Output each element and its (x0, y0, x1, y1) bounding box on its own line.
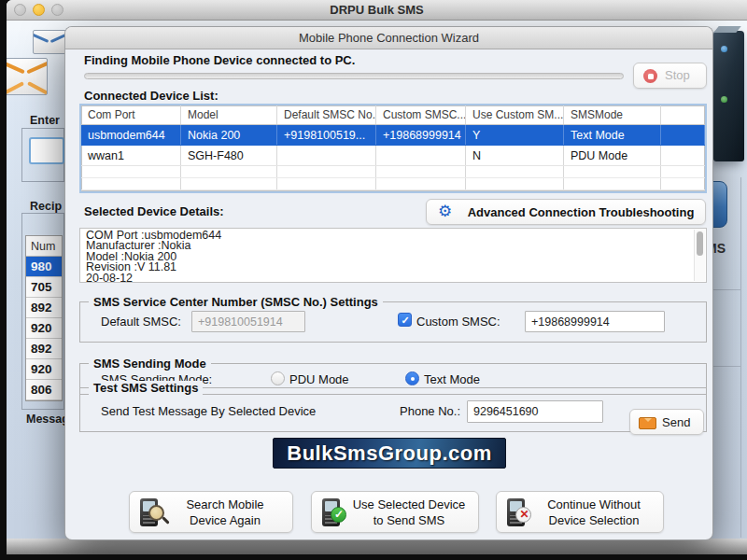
column-header[interactable]: Model (181, 105, 277, 124)
empty-table-row (81, 166, 705, 178)
envelope-fold (27, 81, 48, 95)
tower-led-blue (721, 46, 727, 52)
test-sms-group: Test SMS Settings Send Test Message By S… (79, 387, 707, 432)
cell-sms-mode: PDU Mode (564, 146, 661, 165)
phone-no-field[interactable] (467, 400, 603, 423)
table-row[interactable]: usbmodem644 Nokia 200 +9198100519... +19… (81, 125, 705, 146)
details-label: Selected Device Details: (84, 204, 224, 218)
custom-smsc-field[interactable] (525, 311, 665, 332)
list-item[interactable]: 892 (26, 339, 62, 359)
bg-message-label: Messag (26, 413, 69, 426)
send-envelope-icon (639, 417, 656, 429)
phone-tower-image (713, 31, 744, 161)
cell-com-port: wwan1 (81, 146, 181, 165)
list-item[interactable]: 705 (26, 277, 62, 298)
blue-envelope-icon (33, 30, 66, 54)
column-header[interactable]: Default SMSC No. (277, 105, 376, 124)
label-line: Search Mobile (186, 497, 263, 511)
device-list-label: Connected Device List: (84, 89, 218, 103)
column-header[interactable]: SMSMode (564, 105, 661, 124)
empty-table-row (81, 178, 705, 190)
connected-device-table: Com Port Model Default SMSC No. Custom S… (79, 104, 707, 193)
numbers-header: Num (26, 236, 62, 257)
cell-sms-mode: Text Mode (564, 125, 661, 145)
stop-button[interactable]: Stop (633, 63, 707, 89)
envelope-flap (27, 61, 48, 74)
smsc-settings-group: SMS Service Center Number (SMSC No.) Set… (79, 301, 707, 343)
label-line: Continue Without (547, 497, 641, 511)
list-item[interactable]: 892 (26, 298, 62, 318)
table-row[interactable]: wwan1 SGH-F480 N PDU Mode (81, 146, 705, 166)
bg-panel-border (740, 177, 741, 538)
search-device-again-button[interactable]: Search Mobile Device Again (129, 491, 293, 533)
advanced-troubleshooting-button[interactable]: Advanced Connection Troubleshooting (426, 199, 706, 225)
table-header-row: Com Port Model Default SMSC No. Custom S… (81, 105, 705, 125)
bg-text-input[interactable] (29, 137, 64, 164)
stop-button-label: Stop (665, 68, 690, 82)
bg-numbers-table: Num 980 705 892 920 892 920 806 (25, 235, 63, 401)
custom-smsc-label: Custom SMSC: (416, 315, 500, 329)
bg-enter-label: Enter (30, 114, 60, 127)
cell-use-custom: Y (466, 125, 564, 145)
use-selected-device-button[interactable]: Use Selected Device to Send SMS (311, 491, 479, 533)
dialog-title: Mobile Phone Connection Wizard (65, 27, 712, 49)
cell-default-smsc (277, 146, 376, 165)
envelope-flap (33, 33, 49, 43)
label-line: to Send SMS (374, 513, 445, 527)
scrollbar-thumb[interactable] (697, 231, 703, 256)
pdu-mode-radio[interactable] (271, 371, 285, 385)
phone-no-label: Phone No.: (400, 404, 460, 418)
search-device-again-label: Search Mobile Device Again (162, 497, 289, 528)
pdu-mode-label: PDU Mode (289, 372, 349, 386)
cell-spacer (661, 146, 705, 165)
text-mode-radio[interactable] (405, 371, 419, 385)
column-header-spacer (661, 105, 705, 124)
column-header[interactable]: Use Custom SM... (466, 105, 564, 124)
envelope-flap (7, 61, 25, 74)
smsc-group-title: SMS Service Center Number (SMSC No.) Set… (89, 295, 383, 309)
device-details-box[interactable]: COM Port :usbmodem644 Manufacturer :Noki… (79, 228, 707, 283)
list-item[interactable]: 920 (26, 359, 62, 380)
cell-custom-smsc: +19868999914 (376, 125, 466, 145)
send-button[interactable]: Send (629, 409, 704, 435)
window-bottom-edge (7, 539, 747, 554)
window-titlebar: DRPU Bulk SMS (7, 0, 747, 21)
list-item[interactable]: 980 (26, 257, 62, 277)
cell-custom-smsc (376, 146, 466, 165)
column-header[interactable]: Com Port (81, 105, 181, 124)
cell-default-smsc: +9198100519... (277, 125, 376, 145)
detail-line: Revision :V 11.81 (86, 262, 691, 273)
tower-led-green (721, 96, 727, 103)
list-item[interactable]: 920 (26, 318, 62, 339)
continue-without-device-label: Continue Without Device Selection (529, 497, 659, 528)
column-header[interactable]: Custom SMSC... (376, 105, 466, 124)
stop-icon (643, 69, 657, 83)
envelope-fold (7, 81, 25, 95)
gear-icon (438, 203, 455, 220)
text-mode-label: Text Mode (424, 372, 480, 386)
label-line: Device Again (190, 513, 261, 527)
finding-heading: Finding Mobile Phone Device connected to… (84, 53, 355, 67)
bg-recipients-label: Recip (30, 200, 62, 213)
orange-envelope-icon (7, 58, 48, 95)
detail-line: Manufacturer :Nokia (86, 241, 691, 251)
cell-use-custom: N (466, 146, 564, 165)
advanced-button-label: Advanced Connection Troubleshooting (462, 205, 699, 219)
detail-line: Model :Nokia 200 (86, 252, 691, 262)
scrollbar-track[interactable] (694, 230, 705, 281)
continue-without-device-button[interactable]: Continue Without Device Selection (496, 491, 664, 533)
custom-smsc-checkbox[interactable] (398, 313, 412, 327)
sending-mode-title: SMS Sending Mode (89, 357, 211, 371)
use-selected-device-label: Use Selected Device to Send SMS (344, 497, 474, 528)
default-smsc-field[interactable] (191, 311, 305, 332)
send-button-label: Send (662, 415, 690, 429)
bulksmsgroup-banner: BulkSmsGroup.com (273, 438, 506, 469)
cell-spacer (661, 125, 705, 145)
cell-model: Nokia 200 (181, 125, 277, 145)
label-line: Device Selection (549, 513, 640, 527)
test-sms-description: Send Test Message By Selected Device (101, 404, 316, 418)
list-item[interactable]: 806 (26, 380, 62, 400)
search-progress-bar (84, 73, 624, 79)
cell-model: SGH-F480 (181, 146, 277, 165)
connection-wizard-dialog: Mobile Phone Connection Wizard Finding M… (64, 26, 713, 540)
